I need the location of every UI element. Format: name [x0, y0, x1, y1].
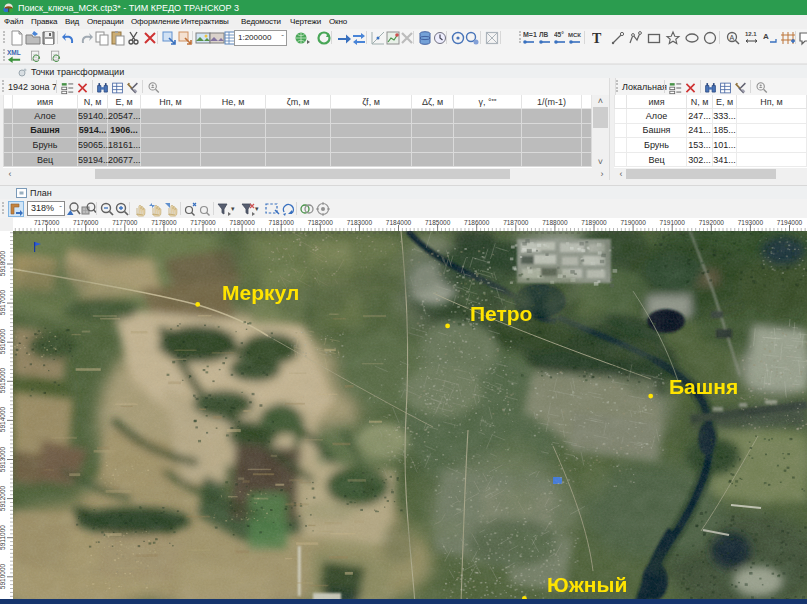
svg-text:ЛВ: ЛВ	[539, 31, 549, 38]
svg-text:Башня: Башня	[669, 375, 738, 398]
svg-text:12.1: 12.1	[745, 31, 757, 37]
svg-text:XML: XML	[7, 49, 21, 56]
svg-text:МСК: МСК	[568, 32, 581, 38]
svg-text:A: A	[730, 34, 735, 41]
svg-text:45°: 45°	[554, 31, 564, 38]
svg-text:Южный: Южный	[547, 573, 627, 596]
svg-text:Петро: Петро	[470, 302, 532, 325]
svg-text:T: T	[592, 31, 602, 46]
svg-text:M=1: M=1	[523, 31, 537, 38]
svg-text:A: A	[763, 32, 769, 41]
svg-text:Меркул: Меркул	[222, 281, 299, 304]
